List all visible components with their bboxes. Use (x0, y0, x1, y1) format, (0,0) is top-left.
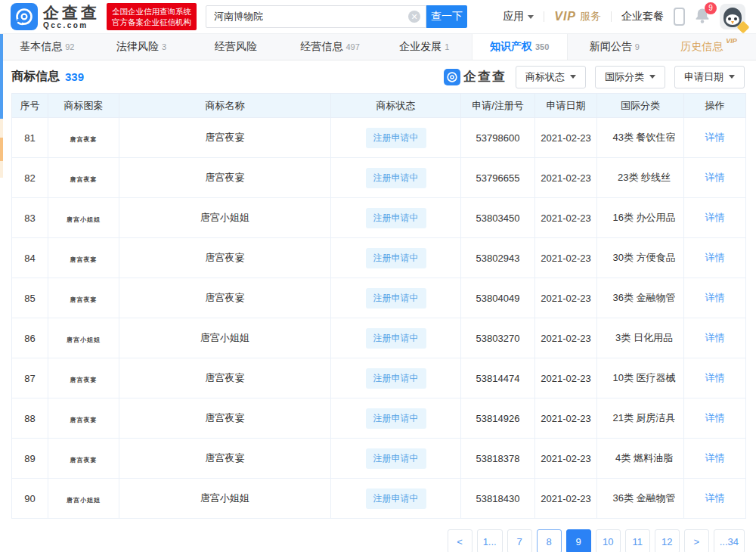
trademark-image[interactable]: 唐宫夜宴 (70, 416, 98, 423)
search-input[interactable] (206, 5, 426, 28)
detail-link[interactable]: 详情 (705, 132, 725, 143)
row-number: 85 (24, 293, 35, 304)
application-date: 2021-02-23 (541, 253, 591, 264)
tab-count: 1 (445, 42, 449, 51)
page-button-8[interactable]: 8 (537, 529, 562, 552)
application-date-cell: 2021-02-23 (535, 238, 597, 278)
trademark-table: 序号商标图案商标名称商标状态申请/注册号申请日期国际分类操作 81唐宫夜宴唐宫夜… (11, 93, 746, 519)
trademark-image[interactable]: 唐宫夜宴 (70, 296, 98, 303)
registration-number: 53814926 (476, 413, 520, 424)
qcc-logo-icon (11, 3, 38, 30)
vip-logo: VIP (554, 10, 576, 23)
international-class: 16类 办公用品 (612, 212, 675, 223)
filter-button-0[interactable]: 商标状态 (516, 66, 586, 88)
trademark-image[interactable]: 唐宫夜宴 (70, 256, 98, 263)
detail-link[interactable]: 详情 (705, 452, 725, 464)
detail-link[interactable]: 详情 (705, 252, 725, 263)
page-button-12[interactable]: 12 (655, 529, 680, 552)
table-row: 85唐宫夜宴唐宫夜宴注册申请中538040492021-02-2336类 金融物… (12, 278, 746, 318)
international-class-cell: 23类 纱线丝 (597, 158, 684, 198)
column-header-2: 商标名称 (119, 94, 331, 118)
page-button-1...[interactable]: 1... (477, 529, 503, 552)
vip-tag-icon: VIP (726, 37, 737, 45)
qcc-logo[interactable]: 企查查 Qcc.com (11, 3, 100, 30)
detail-link[interactable]: 详情 (705, 412, 725, 423)
page-button-7[interactable]: 7 (507, 529, 532, 552)
registration-number: 53796655 (476, 172, 520, 184)
prev-page-button[interactable]: < (448, 529, 472, 552)
section-count: 339 (65, 70, 84, 83)
detail-link[interactable]: 详情 (705, 492, 725, 504)
detail-link[interactable]: 详情 (705, 332, 725, 343)
row-number-cell: 85 (12, 278, 48, 318)
detail-link[interactable]: 详情 (705, 292, 725, 303)
application-date: 2021-02-23 (541, 172, 591, 184)
row-number-cell: 89 (12, 439, 48, 479)
filter-buttons: 商标状态国际分类申请日期 (516, 66, 745, 88)
trademark-image[interactable]: 唐宫夜宴 (70, 376, 98, 383)
registration-number-cell: 53814926 (461, 398, 535, 439)
detail-link-cell: 详情 (684, 398, 746, 439)
filter-button-2[interactable]: 申请日期 (674, 66, 745, 88)
user-avatar[interactable] (720, 4, 745, 29)
trademark-image[interactable]: 唐宫小姐姐 (67, 336, 101, 343)
trademark-name-cell: 唐宫夜宴 (119, 158, 331, 198)
tab-2[interactable]: 经营风险 (189, 34, 284, 60)
tab-4[interactable]: 企业发展1 (377, 34, 472, 60)
trademark-section-header: 商标信息 339 企查查 商标状态国际分类申请日期 (11, 60, 745, 93)
trademark-image-cell: 唐宫夜宴 (48, 398, 119, 439)
chevron-down-icon (570, 75, 576, 79)
trademark-name-cell: 唐宫夜宴 (119, 439, 331, 479)
application-date: 2021-02-23 (541, 373, 591, 384)
menu-vip-service[interactable]: VIP 服务 (554, 10, 601, 23)
trademark-image[interactable]: 唐宫夜宴 (70, 135, 98, 143)
trademark-name-cell: 唐宫小姐姐 (119, 198, 331, 238)
next-page-button[interactable]: > (684, 529, 709, 552)
detail-link[interactable]: 详情 (705, 372, 725, 383)
tab-1[interactable]: 法律风险3 (94, 34, 189, 60)
trademark-name-cell: 唐宫夜宴 (119, 358, 331, 398)
tab-3[interactable]: 经营信息497 (283, 34, 377, 60)
main-content: 商标信息 339 企查查 商标状态国际分类申请日期 序号商标图案商标名称商标状态… (0, 60, 756, 552)
trademark-image[interactable]: 唐宫夜宴 (70, 175, 98, 183)
page-button-9[interactable]: 9 (566, 529, 591, 552)
tab-0[interactable]: 基本信息92 (0, 34, 94, 60)
page-button-11[interactable]: 11 (625, 529, 650, 552)
page-button-10[interactable]: 10 (596, 529, 621, 552)
clear-search-icon[interactable]: ✕ (408, 11, 420, 23)
trademark-status: 注册申请中 (366, 128, 426, 148)
trademark-name-cell: 唐宫小姐姐 (119, 318, 331, 358)
row-number: 84 (24, 253, 35, 264)
notifications-bell[interactable]: 9 (695, 8, 710, 26)
search-button[interactable]: 查一下 (426, 5, 467, 28)
application-date-cell: 2021-02-23 (535, 198, 597, 238)
international-class: 43类 餐饮住宿 (612, 132, 675, 143)
row-number: 81 (24, 132, 35, 144)
tab-7[interactable]: 历史信息VIP (662, 34, 756, 60)
mobile-app-icon[interactable] (674, 8, 685, 26)
menu-apps[interactable]: 应用 (503, 10, 534, 23)
tab-label: 基本信息 (20, 40, 62, 54)
trademark-image[interactable]: 唐宫夜宴 (70, 456, 98, 464)
tab-5[interactable]: 知识产权350 (472, 34, 568, 60)
detail-link[interactable]: 详情 (705, 212, 725, 223)
filter-button-1[interactable]: 国际分类 (595, 66, 665, 88)
page-button-...34[interactable]: ...34 (714, 529, 745, 552)
tab-6[interactable]: 新闻公告9 (568, 34, 662, 60)
trademark-status: 注册申请中 (366, 248, 426, 268)
trademark-name: 唐宫小姐姐 (200, 332, 249, 343)
menu-enterprise-package[interactable]: 企业套餐 (621, 10, 664, 23)
trademark-image[interactable]: 唐宫小姐姐 (67, 216, 101, 223)
notification-count-badge: 9 (705, 2, 717, 14)
application-date-cell: 2021-02-23 (535, 398, 597, 439)
detail-link-cell: 详情 (684, 358, 746, 398)
trademark-image-cell: 唐宫小姐姐 (48, 479, 119, 519)
detail-link[interactable]: 详情 (705, 172, 725, 183)
left-scroll-strip-cream2 (0, 161, 3, 178)
detail-link-cell: 详情 (684, 318, 746, 358)
row-number-cell: 83 (12, 198, 48, 238)
registration-number: 53803270 (476, 333, 520, 344)
row-number-cell: 87 (12, 358, 48, 398)
international-class-cell: 43类 餐饮住宿 (597, 118, 684, 158)
trademark-image[interactable]: 唐宫小姐姐 (67, 496, 101, 504)
